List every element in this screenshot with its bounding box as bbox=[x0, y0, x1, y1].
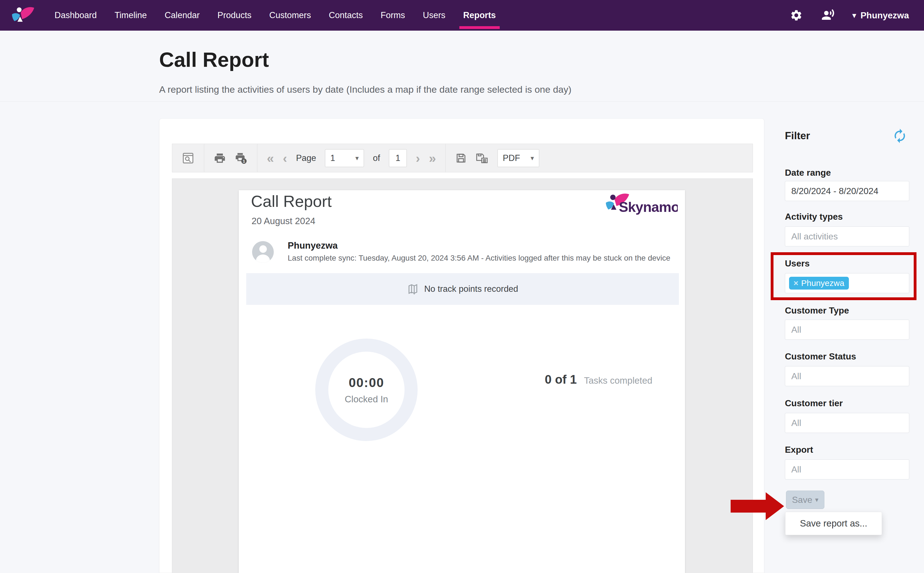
report-page: Call Report Skynamo 20 August 2024 Ph bbox=[239, 190, 685, 573]
svg-text:Skynamo: Skynamo bbox=[619, 199, 678, 215]
nav-item-label: Customers bbox=[269, 10, 311, 20]
avatar-body bbox=[256, 255, 270, 263]
toggle-parameters-icon[interactable] bbox=[182, 152, 195, 164]
tasks-summary: 0 of 1 Tasks completed bbox=[545, 373, 652, 387]
skynamo-logo-icon bbox=[11, 3, 35, 27]
save-report-as-menu-item[interactable]: Save report as... bbox=[785, 512, 882, 535]
nav-item-label: Forms bbox=[381, 10, 405, 20]
report-date: 20 August 2024 bbox=[251, 216, 315, 226]
nav-item-dashboard[interactable]: Dashboard bbox=[55, 0, 97, 31]
page-select[interactable]: 1 ▾ bbox=[325, 149, 364, 167]
clocked-in-value: 00:00 bbox=[349, 375, 384, 390]
next-page-icon[interactable]: › bbox=[416, 152, 420, 164]
prev-page-icon[interactable]: ‹ bbox=[283, 152, 287, 164]
chip-label: Phunyezwa bbox=[801, 279, 844, 288]
clocked-in-label: Clocked In bbox=[345, 394, 388, 405]
print-setup-icon[interactable]: 1 bbox=[235, 152, 248, 164]
nav-item-label: Timeline bbox=[115, 10, 147, 20]
header-divider bbox=[0, 101, 924, 102]
announcements-button[interactable] bbox=[821, 8, 835, 23]
date-range-label: Date range bbox=[785, 168, 831, 178]
report-sync-note: Last complete sync: Tuesday, August 20, … bbox=[288, 254, 670, 263]
clocked-in-gauge: 00:00 Clocked In bbox=[315, 338, 418, 441]
report-viewer-area: Call Report Skynamo 20 August 2024 Ph bbox=[172, 178, 753, 573]
nav-item-label: Dashboard bbox=[55, 10, 97, 20]
chevron-down-icon: ▾ bbox=[531, 154, 534, 162]
date-range-input[interactable]: 8/20/2024 - 8/20/2024 bbox=[785, 181, 909, 201]
skynamo-logo-icon[interactable] bbox=[11, 3, 35, 27]
nav-item-label: Contacts bbox=[329, 10, 363, 20]
of-label: of bbox=[373, 153, 380, 163]
user-menu-name: Phunyezwa bbox=[860, 10, 909, 20]
export-input[interactable]: All bbox=[785, 459, 909, 479]
export-report-icon[interactable] bbox=[476, 152, 489, 164]
nav-item-customers[interactable]: Customers bbox=[269, 0, 311, 31]
chip-close-icon[interactable]: × bbox=[793, 279, 799, 288]
customer-type-input[interactable]: All bbox=[785, 319, 909, 340]
nav-item-reports[interactable]: Reports bbox=[463, 0, 496, 31]
nav-item-forms[interactable]: Forms bbox=[381, 0, 405, 31]
tasks-value: 0 of 1 bbox=[545, 373, 577, 387]
chevron-down-icon: ▾ bbox=[815, 496, 818, 504]
activity-types-label: Activity types bbox=[785, 211, 843, 222]
voice-over-icon bbox=[821, 9, 835, 22]
gear-icon bbox=[790, 9, 803, 22]
first-page-icon[interactable]: « bbox=[267, 152, 274, 164]
last-page-icon[interactable]: » bbox=[429, 152, 436, 164]
save-report-icon[interactable] bbox=[455, 152, 467, 164]
export-placeholder: All bbox=[791, 464, 801, 475]
export-format-value: PDF bbox=[503, 153, 520, 163]
track-points-banner: No track points recorded bbox=[246, 273, 679, 305]
page-subtitle: A report listing the activities of users… bbox=[159, 84, 571, 95]
main-navigation: Dashboard Timeline Calendar Products Cus… bbox=[55, 0, 496, 31]
export-label: Export bbox=[785, 445, 813, 455]
customer-tier-input[interactable]: All bbox=[785, 413, 909, 433]
refresh-icon[interactable] bbox=[892, 128, 908, 144]
avatar bbox=[252, 241, 274, 263]
nav-item-users[interactable]: Users bbox=[423, 0, 445, 31]
customer-type-placeholder: All bbox=[791, 325, 801, 335]
report-viewer-card: 1 « ‹ Page 1 ▾ of 1 › » bbox=[159, 118, 764, 573]
settings-button[interactable] bbox=[789, 8, 804, 23]
total-pages-value: 1 bbox=[396, 153, 400, 163]
activity-types-input[interactable]: All activities bbox=[785, 226, 909, 246]
customer-type-label: Customer Type bbox=[785, 305, 849, 316]
customer-status-label: Customer Status bbox=[785, 351, 856, 362]
user-chip[interactable]: × Phunyezwa bbox=[789, 277, 849, 290]
nav-item-label: Users bbox=[423, 10, 445, 20]
customer-tier-label: Customer tier bbox=[785, 398, 843, 409]
page-label: Page bbox=[296, 153, 316, 163]
print-icon[interactable] bbox=[214, 152, 226, 164]
export-format-select[interactable]: PDF ▾ bbox=[498, 149, 539, 167]
users-label: Users bbox=[785, 258, 810, 269]
nav-item-label: Products bbox=[217, 10, 251, 20]
users-input[interactable]: × Phunyezwa bbox=[785, 273, 909, 293]
customer-tier-placeholder: All bbox=[791, 418, 801, 428]
save-button-label: Save bbox=[792, 495, 812, 505]
track-points-message: No track points recorded bbox=[424, 284, 518, 294]
nav-item-calendar[interactable]: Calendar bbox=[165, 0, 200, 31]
filter-title: Filter bbox=[785, 130, 810, 142]
page-select-value: 1 bbox=[330, 153, 335, 163]
customer-status-placeholder: All bbox=[791, 371, 801, 382]
tasks-label: Tasks completed bbox=[584, 375, 652, 386]
svg-text:1: 1 bbox=[243, 158, 245, 163]
app-window: Dashboard Timeline Calendar Products Cus… bbox=[0, 0, 924, 573]
nav-item-label: Calendar bbox=[165, 10, 200, 20]
save-button[interactable]: Save ▾ bbox=[786, 491, 824, 509]
report-user-name: Phunyezwa bbox=[288, 240, 338, 251]
nav-item-contacts[interactable]: Contacts bbox=[329, 0, 363, 31]
chevron-down-icon: ▾ bbox=[852, 11, 856, 20]
report-viewer-toolbar: 1 « ‹ Page 1 ▾ of 1 › » bbox=[172, 144, 753, 172]
date-range-value: 8/20/2024 - 8/20/2024 bbox=[791, 186, 879, 196]
avatar-head bbox=[259, 245, 267, 253]
save-menu-item-label: Save report as... bbox=[800, 518, 867, 529]
navbar-right: ▾ Phunyezwa bbox=[789, 8, 909, 23]
user-menu[interactable]: ▾ Phunyezwa bbox=[852, 10, 909, 20]
chevron-down-icon: ▾ bbox=[355, 154, 359, 162]
nav-item-timeline[interactable]: Timeline bbox=[115, 0, 147, 31]
customer-status-input[interactable]: All bbox=[785, 366, 909, 386]
top-navbar: Dashboard Timeline Calendar Products Cus… bbox=[0, 0, 924, 31]
nav-item-products[interactable]: Products bbox=[217, 0, 251, 31]
total-pages-box[interactable]: 1 bbox=[389, 149, 407, 167]
